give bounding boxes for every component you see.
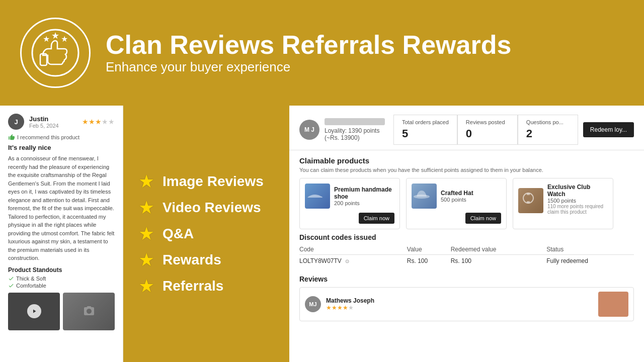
product-card-hat: Crafted Hat 500 points Claim now xyxy=(406,178,507,229)
app-subtitle: Enhance your buyer experience xyxy=(106,59,511,75)
redeem-loyalty-button[interactable]: Redeem loy... xyxy=(583,122,634,137)
stat-label: Questions po... xyxy=(526,119,570,125)
dashboard-avatar: M J xyxy=(299,120,319,140)
discount-table: Code Value Redeemed value Status LOLTY8W… xyxy=(299,244,634,267)
review-card: J Justin Feb 5, 2024 ★★★★★ I recommend t… xyxy=(0,106,123,362)
reviewer-avatar: MJ xyxy=(305,296,321,312)
username-bar xyxy=(325,118,385,125)
claim-hat-button[interactable]: Claim now xyxy=(465,213,501,224)
product-name: Premium handmade shoe xyxy=(334,186,394,200)
dashboard-panel: M J Loyality: 1390 points (~Rs. 13900) T… xyxy=(289,106,644,362)
feature-image-reviews: ★ Image Reviews xyxy=(138,171,274,192)
stat-value: 2 xyxy=(526,127,570,140)
discount-status: Fully redeemed xyxy=(546,255,634,267)
svg-rect-8 xyxy=(527,201,530,203)
review-row: MJ Mathews Joseph ★★★★★ xyxy=(299,287,634,321)
claim-shoe-button[interactable]: Claim now xyxy=(359,213,394,224)
copy-icon[interactable]: ⊙ xyxy=(344,257,351,264)
products-grid: Premium handmade shoe 200 points Claim n… xyxy=(299,178,634,229)
table-row: LOLTY8W07TV ⊙ Rs. 100 Rs. 100 Fully rede… xyxy=(299,255,634,267)
col-redeemed: Redeemed value xyxy=(451,244,547,255)
reviewer-name: Mathews Joseph xyxy=(326,297,593,304)
review-title: It's really nice xyxy=(8,144,115,151)
header: ★ ★ ★ Clan Reviews Referrals Rewards Enh… xyxy=(0,0,644,106)
review-rating: ★★★★★ xyxy=(326,304,593,311)
product-card-watch: Exclusive Club Watch 1500 points 110 mor… xyxy=(513,178,613,229)
standout-item-2: Comfortable xyxy=(8,283,115,289)
stat-orders: Total orders placed 5 xyxy=(393,115,457,145)
discount-codes-section: Discount codes issued Code Value Redeeme… xyxy=(289,233,644,271)
star-icon: ★ xyxy=(138,197,154,218)
product-card-top: Crafted Hat 500 points xyxy=(412,184,501,209)
reviewer-info: Mathews Joseph ★★★★★ xyxy=(326,297,593,311)
product-image-watch xyxy=(518,188,543,213)
stat-label: Reviews posted xyxy=(466,119,509,125)
product-card-shoe: Premium handmade shoe 200 points Claim n… xyxy=(299,178,400,229)
standouts-label: Product Standouts xyxy=(8,266,115,274)
feature-label: Rewards xyxy=(163,252,221,268)
reviewer-date: Feb 5, 2024 xyxy=(29,123,82,129)
dashboard-user-info: Loyality: 1390 points (~Rs. 13900) xyxy=(325,118,393,141)
stat-reviews: Reviews posted 0 xyxy=(457,115,518,145)
reviewer-name: Justin xyxy=(29,115,82,123)
product-name: Exclusive Club Watch xyxy=(547,184,608,198)
star-icon: ★ xyxy=(138,171,154,192)
col-value: Value xyxy=(407,244,451,255)
feature-referrals: ★ Referrals xyxy=(138,276,274,297)
review-user-header: J Justin Feb 5, 2024 ★★★★★ xyxy=(8,114,115,130)
standout-item-1: Thick & Soft xyxy=(8,276,115,282)
reviews-section: Reviews MJ Mathews Joseph ★★★★★ xyxy=(289,271,644,325)
play-button[interactable] xyxy=(27,304,41,318)
claimable-products-section: Claimable products You can claim these p… xyxy=(289,150,644,233)
svg-text:★: ★ xyxy=(43,35,50,43)
claimable-desc: You can claim these products when you ha… xyxy=(299,167,634,173)
product-image-hat xyxy=(412,184,437,209)
product-note: 110 more points required claim this prod… xyxy=(547,204,608,215)
discount-code-value: LOLTY8W07TV xyxy=(299,257,342,264)
loyalty-points: Loyality: 1390 points (~Rs. 13900) xyxy=(325,127,393,141)
star-icon: ★ xyxy=(138,249,154,270)
app-logo: ★ ★ ★ xyxy=(20,18,91,88)
feature-rewards: ★ Rewards xyxy=(138,249,274,270)
review-row-image xyxy=(598,292,628,317)
feature-label: Image Reviews xyxy=(163,173,264,190)
dashboard-user-header: M J Loyality: 1390 points (~Rs. 13900) T… xyxy=(289,106,644,150)
discount-redeemed: Rs. 100 xyxy=(451,255,547,267)
recommend-label: I recommend this product xyxy=(8,134,115,141)
dashboard-stats: Total orders placed 5 Reviews posted 0 Q… xyxy=(393,115,578,145)
features-panel: ★ Image Reviews ★ Video Reviews ★ Q&A ★ … xyxy=(123,106,289,362)
product-points: 500 points xyxy=(441,197,473,203)
star-icon: ★ xyxy=(138,223,154,244)
stat-label: Total orders placed xyxy=(402,119,449,125)
main-content: J Justin Feb 5, 2024 ★★★★★ I recommend t… xyxy=(0,106,644,362)
discount-title: Discount codes issued xyxy=(299,233,634,241)
review-video-thumb[interactable] xyxy=(8,293,60,330)
col-code: Code xyxy=(299,244,407,255)
review-user-info: Justin Feb 5, 2024 xyxy=(29,115,82,129)
discount-value: Rs. 100 xyxy=(407,255,451,267)
product-points: 200 points xyxy=(334,200,394,206)
stat-questions: Questions po... 2 xyxy=(518,115,578,145)
star-icon: ★ xyxy=(138,276,154,297)
review-images xyxy=(8,293,115,330)
product-card-top: Exclusive Club Watch 1500 points 110 mor… xyxy=(518,184,608,218)
app-title: Clan Reviews Referrals Rewards xyxy=(106,31,511,59)
feature-video-reviews: ★ Video Reviews xyxy=(138,197,274,218)
svg-text:★: ★ xyxy=(51,31,59,41)
avatar: J xyxy=(8,114,24,130)
product-info: Exclusive Club Watch 1500 points 110 mor… xyxy=(547,184,608,218)
discount-code-cell: LOLTY8W07TV ⊙ xyxy=(299,255,407,267)
recommend-text: I recommend this product xyxy=(17,134,79,140)
product-image-shoe xyxy=(305,184,330,209)
product-points: 1500 points xyxy=(547,198,608,204)
stat-value: 5 xyxy=(402,127,449,140)
svg-text:★: ★ xyxy=(61,35,68,43)
feature-label: Q&A xyxy=(163,226,194,242)
reviews-title: Reviews xyxy=(299,275,634,283)
review-image xyxy=(63,293,115,330)
review-stars: ★★★★★ xyxy=(82,118,115,126)
claimable-title: Claimable products xyxy=(299,156,634,165)
header-text: Clan Reviews Referrals Rewards Enhance y… xyxy=(106,31,511,75)
feature-qna: ★ Q&A xyxy=(138,223,274,244)
svg-rect-7 xyxy=(527,193,530,195)
